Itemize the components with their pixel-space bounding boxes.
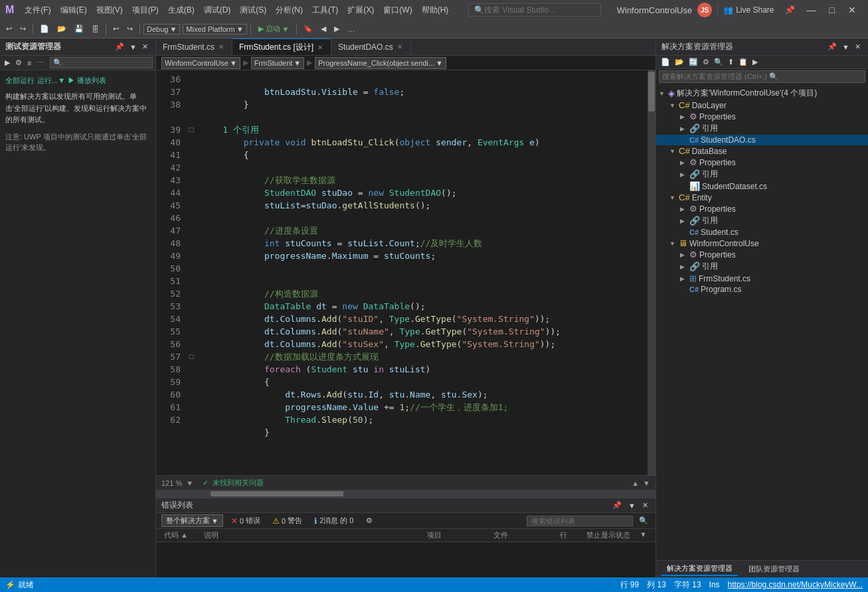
- zoom-level[interactable]: 121 %: [161, 479, 182, 487]
- tree-node-database-props[interactable]: ▶ ⚙ Properties: [656, 157, 868, 168]
- debug-config-dropdown[interactable]: Debug ▼: [143, 24, 180, 35]
- zoom-dropdown[interactable]: ▼: [186, 479, 193, 487]
- tree-node-program-cs[interactable]: C# Program.cs: [656, 284, 868, 295]
- method-dropdown[interactable]: ProgressName_Click(object sendi... ▼: [315, 57, 446, 69]
- expand-winform[interactable]: ▼: [669, 240, 679, 247]
- error-settings-button[interactable]: ▼: [626, 500, 638, 510]
- code-content[interactable]: btnLoadStu.Visible = false; } 1 个引用 priv…: [197, 70, 648, 475]
- expand-winform-props[interactable]: ▶: [680, 252, 689, 258]
- maximize-button[interactable]: □: [823, 3, 841, 17]
- more-icon-btn[interactable]: ⋯: [35, 58, 46, 68]
- filter-col-icon[interactable]: ▼: [637, 530, 650, 540]
- vertical-scrollbar[interactable]: [648, 70, 655, 475]
- redo-button[interactable]: ↪: [124, 23, 136, 35]
- class-dropdown[interactable]: FrmStudent ▼: [251, 57, 304, 69]
- solution-search-box[interactable]: 搜索解决方案资源管理器 (Ctrl+;) 🔍: [659, 70, 865, 83]
- col-line[interactable]: 行: [557, 530, 584, 540]
- menu-debug[interactable]: 调试(D): [200, 3, 235, 17]
- namespace-dropdown[interactable]: WinformControlUse ▼: [161, 57, 240, 69]
- tab-frm-student-cs[interactable]: FrmStudent.cs ✕: [156, 38, 232, 55]
- menu-view[interactable]: 视图(V): [92, 3, 127, 17]
- tree-node-student-cs[interactable]: C# Student.cs: [656, 227, 868, 238]
- tree-node-studentdataset[interactable]: 📊 StudentDataset.cs: [656, 181, 868, 192]
- run-all-link[interactable]: 全部运行: [5, 76, 35, 86]
- error-close-button[interactable]: ✕: [640, 500, 650, 510]
- nav-button-2[interactable]: ▶: [331, 23, 343, 35]
- panel-settings-button[interactable]: ▼: [128, 42, 139, 52]
- back-button[interactable]: ↩: [3, 23, 15, 35]
- panel-pin-button[interactable]: 📌: [113, 42, 126, 52]
- menu-build[interactable]: 生成(B): [164, 3, 199, 17]
- menu-test[interactable]: 测试(S): [236, 3, 270, 17]
- expand-solution[interactable]: ▼: [659, 90, 668, 97]
- error-search-input[interactable]: [527, 516, 633, 526]
- menu-project[interactable]: 项目(P): [128, 3, 163, 17]
- forward-button[interactable]: ↪: [17, 23, 29, 35]
- sol-pin-button[interactable]: 📌: [825, 42, 839, 52]
- nav-button-1[interactable]: ◀: [317, 23, 329, 35]
- error-pin-button[interactable]: 📌: [610, 500, 624, 510]
- tree-node-daolayer[interactable]: ▼ C# DaoLayer: [656, 100, 868, 111]
- team-explorer-tab[interactable]: 团队资源管理器: [743, 563, 805, 575]
- play-list-link[interactable]: ▶ 播放列表: [68, 76, 106, 86]
- tree-node-winform[interactable]: ▼ 🖥 WinformControlUse: [656, 238, 868, 249]
- live-share-button[interactable]: 👥 Live Share: [717, 4, 779, 16]
- save-all-button[interactable]: 🗄: [88, 24, 102, 35]
- undo-button[interactable]: ↩: [110, 23, 122, 35]
- status-arrow-down[interactable]: ▼: [643, 479, 650, 487]
- h-scrollbar-thumb[interactable]: [211, 491, 343, 496]
- tree-node-winform-ref[interactable]: ▶ 🔗 引用: [656, 260, 868, 273]
- expand-database[interactable]: ▼: [669, 148, 679, 155]
- col-desc[interactable]: 说明: [201, 530, 424, 540]
- tree-node-solution[interactable]: ▼ ◈ 解决方案'WinformControlUse'(4 个项目): [656, 87, 868, 100]
- expand-db-ref[interactable]: ▶: [680, 171, 689, 178]
- pin-icon[interactable]: 📌: [785, 5, 795, 15]
- menu-window[interactable]: 窗口(W): [379, 3, 416, 17]
- sol-settings-button[interactable]: ▼: [840, 42, 851, 52]
- menu-tools[interactable]: 工具(T): [308, 3, 342, 17]
- sol-search-button[interactable]: 🔍: [767, 72, 780, 82]
- tree-node-daolayer-ref[interactable]: ▶ 🔗 引用: [656, 122, 868, 135]
- menu-analyze[interactable]: 分析(N): [272, 3, 307, 17]
- run-button[interactable]: ▶ 启动 ▼: [254, 23, 294, 35]
- panel-close-button[interactable]: ✕: [140, 42, 150, 52]
- col-suppress[interactable]: 禁止显示状态: [584, 530, 637, 540]
- minimize-button[interactable]: —: [800, 3, 823, 17]
- run-dropdown-link[interactable]: 运行...▼: [37, 76, 65, 86]
- solution-explorer-tab[interactable]: 解决方案资源管理器: [661, 562, 738, 576]
- tab-studentdao-cs[interactable]: StudentDAO.cs ✕: [331, 38, 411, 55]
- tab-frm-student-design[interactable]: FrmStudent.cs [设计] ✕: [232, 38, 331, 55]
- warning-count-badge[interactable]: ⚠ 0 警告: [268, 515, 306, 526]
- save-button[interactable]: 💾: [71, 23, 87, 35]
- scrollbar-thumb[interactable]: [648, 72, 655, 111]
- expand-daolayer[interactable]: ▼: [669, 102, 679, 109]
- sol-tool-6[interactable]: ⬆: [726, 57, 736, 67]
- expand-daolayer-props[interactable]: ▶: [680, 113, 689, 120]
- scope-dropdown[interactable]: 整个解决方案 ▼: [161, 514, 223, 527]
- tab-close-2[interactable]: ✕: [396, 43, 404, 50]
- expand-winform-ref[interactable]: ▶: [680, 263, 689, 270]
- filter-icon-btn[interactable]: ⚙: [13, 58, 24, 68]
- menu-file[interactable]: 文件(F): [21, 3, 54, 17]
- group-icon-btn[interactable]: ≡: [25, 58, 33, 68]
- expand-studentdataset[interactable]: [680, 183, 689, 190]
- expand-daolayer-ref[interactable]: ▶: [680, 125, 689, 132]
- status-arrow-up[interactable]: ▲: [632, 479, 639, 487]
- menu-help[interactable]: 帮助(H): [418, 3, 453, 17]
- tree-node-entity-props[interactable]: ▶ ⚙ Properties: [656, 203, 868, 214]
- tree-node-daolayer-props[interactable]: ▶ ⚙ Properties: [656, 111, 868, 122]
- tree-node-entity[interactable]: ▼ C# Entity: [656, 192, 868, 203]
- bookmark-button[interactable]: 🔖: [300, 23, 316, 35]
- col-file[interactable]: 文件: [491, 530, 557, 540]
- col-project[interactable]: 项目: [424, 530, 491, 540]
- tree-node-winform-props[interactable]: ▶ ⚙ Properties: [656, 249, 868, 260]
- tree-node-database-ref[interactable]: ▶ 🔗 引用: [656, 168, 868, 181]
- col-code[interactable]: 代码 ▲: [161, 530, 201, 540]
- tree-node-database[interactable]: ▼ C# DataBase: [656, 145, 868, 157]
- sol-close-button[interactable]: ✕: [853, 42, 863, 52]
- open-button[interactable]: 📂: [54, 23, 70, 35]
- menu-extensions[interactable]: 扩展(X): [343, 3, 378, 17]
- expand-frm-student[interactable]: ▶: [680, 275, 689, 282]
- sol-tool-1[interactable]: 📄: [659, 57, 672, 67]
- filter-button[interactable]: ⚙: [362, 516, 377, 526]
